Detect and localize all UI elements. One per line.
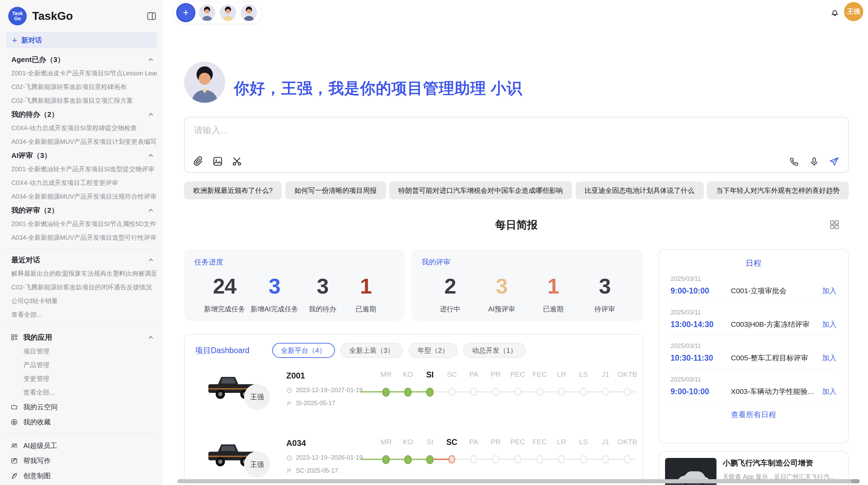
section-header-1[interactable]: 我的待办（2） (6, 108, 157, 121)
section-header-2[interactable]: AI评审（3） (6, 149, 157, 162)
new-chat-button[interactable]: + 新对话 (6, 32, 157, 48)
view-all-schedule-link[interactable]: 查看所有日程 (659, 410, 848, 420)
microphone-icon[interactable] (809, 157, 819, 167)
dashboard-tab[interactable]: 全新上装（3） (340, 343, 403, 358)
section-header-0[interactable]: Agent已办（3） (6, 53, 157, 66)
conversation-item[interactable]: A034-全新新能源MUV产品开发项目计划变更表编写 (6, 135, 157, 149)
milestone-dot-SI[interactable] (426, 388, 434, 397)
milestone-dot-OKTB[interactable] (624, 455, 631, 463)
logo-text-top: Task (12, 11, 23, 16)
recent-chats-header[interactable]: 最近对话 (6, 253, 157, 267)
join-event-link[interactable]: 加入 (822, 387, 836, 396)
conversation-item[interactable]: A034-全新新能源MUV产品开发项目造型可行性评审 (6, 231, 157, 245)
clock-icon (286, 387, 292, 394)
chat-input[interactable] (194, 125, 839, 136)
conversation-item[interactable]: A034-全新新能源MUV产品开发项目法规符合性评审 (6, 190, 157, 203)
milestone-dot-SC[interactable] (448, 455, 455, 463)
chevron-up-icon (147, 152, 155, 159)
collapse-sidebar-icon[interactable] (146, 11, 157, 21)
schedule-event: 2025/03/119:00-10:00X003-车辆动力学性能验...加入 (659, 376, 848, 396)
conversation-item[interactable]: C0X4-动力总成开发项目工程变更评审 (6, 176, 157, 190)
milestone-dot-PA[interactable] (470, 388, 477, 396)
conversation-item[interactable]: C02-飞腾新能源轻客改款项目里程碑画布 (6, 80, 157, 94)
milestone-dot-OKTB[interactable] (624, 388, 631, 396)
tool-ai-staff[interactable]: AI超级员工 (6, 438, 157, 453)
stat-column: 3AI预评审 (483, 273, 520, 314)
milestone-dot-FEC[interactable] (536, 388, 543, 396)
milestone-dot-PA[interactable] (470, 455, 477, 463)
suggestion-chip[interactable]: 当下年轻人对汽车外观有怎样的喜好趋势 (707, 182, 849, 199)
member-avatar-3[interactable] (241, 4, 257, 21)
milestone-dot-LS[interactable] (580, 388, 587, 396)
notifications-bell-icon[interactable] (830, 8, 840, 18)
milestone-dot-KO[interactable] (404, 388, 412, 397)
stat-column: 3待评审 (586, 273, 624, 314)
milestone-FEC: FEC (529, 436, 551, 477)
conversation-item[interactable]: Z001-全新燃油轻卡产品开发项目SI造型提交物评审 (6, 162, 157, 176)
sidebar-header: Task Go TaskGo (6, 6, 157, 26)
tool-label: 创意制图 (23, 471, 51, 481)
milestone-dot-SC[interactable] (448, 388, 455, 396)
recent-chat-item[interactable]: 公司Q3轻卡销量 (6, 294, 157, 308)
dashboard-tab[interactable]: 全新平台（4） (272, 343, 335, 358)
tool-drawing[interactable]: 创意制图 (6, 468, 157, 483)
my-apps-header[interactable]: 我的应用 (6, 330, 157, 345)
milestone-SC: SC (441, 369, 463, 410)
suggestion-chip[interactable]: 特朗普可能对进口汽车增税会对中国车企造成哪些影响 (389, 182, 572, 199)
recent-chat-item[interactable]: 查看全部... (6, 308, 157, 322)
recent-chat-item[interactable]: 解释最新出台的欧盟报废车法规再生塑料比例被调至15%... (6, 267, 157, 281)
milestone-dot-MR[interactable] (382, 455, 390, 464)
milestone-dot-J1[interactable] (602, 388, 609, 396)
milestone-dot-PR[interactable] (492, 388, 499, 396)
suggestion-chip[interactable]: 欧洲新规最近颁布了什么? (184, 182, 282, 199)
stat-column: 1已逾期 (347, 273, 385, 314)
milestone-dot-PR[interactable] (492, 455, 499, 463)
voice-call-icon[interactable] (789, 157, 799, 167)
conversation-item[interactable]: C02-飞腾新能源轻客改款项目立项汇报方案 (6, 94, 157, 108)
milestone-dot-MR[interactable] (382, 388, 390, 397)
dashboard-tab[interactable]: 年型（2） (409, 343, 458, 358)
milestone-dot-PEC[interactable] (514, 455, 521, 463)
milestone-dot-LS[interactable] (580, 455, 587, 463)
milestone-dot-LR[interactable] (558, 388, 565, 396)
join-event-link[interactable]: 加入 (822, 286, 836, 296)
app-item[interactable]: 变更管理 (6, 372, 157, 386)
conversation-item[interactable]: Z001-全新燃油轻卡产品开发项目SI节点属性5D文件评审 (6, 217, 157, 231)
milestone-dot-J1[interactable] (602, 455, 609, 463)
attachment-icon[interactable] (193, 156, 204, 167)
image-upload-icon[interactable] (212, 156, 223, 167)
milestone-dot-LR[interactable] (558, 455, 565, 463)
milestone-dot-FEC[interactable] (536, 455, 543, 463)
stat-column: 1已逾期 (534, 273, 572, 314)
add-session-button[interactable]: + (177, 4, 194, 21)
layout-grid-icon[interactable] (829, 219, 840, 230)
member-avatar-2[interactable] (220, 4, 236, 21)
recent-chat-item[interactable]: C02-飞腾新能源轻客改款项目的闭环通告反馈情况 (6, 281, 157, 294)
horizontal-scrollbar[interactable] (177, 479, 860, 483)
suggestion-chip[interactable]: 比亚迪全固态电池计划具体说了什么 (576, 182, 704, 199)
sidebar-link-cloud-space[interactable]: 我的云空间 (6, 399, 157, 414)
screenshot-scissors-icon[interactable] (231, 156, 242, 167)
member-avatar-1[interactable] (199, 4, 215, 21)
conversation-item[interactable]: C0X4-动力总成开发项目SI里程碑提交物检查 (6, 121, 157, 135)
dashboard-tab[interactable]: 动总开发（1） (463, 343, 526, 358)
suggestion-chip[interactable]: 如何写一份清晰的项目周报 (285, 182, 386, 199)
sidebar-link-favorites[interactable]: 我的收藏 (6, 414, 157, 430)
stat-label: 已逾期 (347, 304, 385, 314)
join-event-link[interactable]: 加入 (822, 353, 836, 363)
section-header-3[interactable]: 我的评审（2） (6, 203, 157, 217)
tool-writing[interactable]: 帮我写作 (6, 453, 157, 468)
milestone-dot-KO[interactable] (404, 455, 412, 464)
app-item[interactable]: 项目管理 (6, 345, 157, 358)
milestone-label: SI (419, 438, 441, 446)
join-event-link[interactable]: 加入 (822, 320, 836, 329)
milestone-dot-SI[interactable] (426, 455, 434, 464)
send-icon[interactable] (829, 157, 839, 167)
schedule-event: 2025/03/119:00-10:00C001-立项审批会加入 (659, 275, 848, 296)
user-avatar[interactable]: 王强 (844, 2, 863, 21)
stat-value: 3 (304, 273, 341, 299)
conversation-item[interactable]: Z001-全新燃油皮卡产品开发项目SI节点Lesson Learn报告 (6, 66, 157, 80)
app-item[interactable]: 产品管理 (6, 358, 157, 372)
app-item[interactable]: 查看全部... (6, 386, 157, 399)
milestone-dot-PEC[interactable] (514, 388, 521, 396)
